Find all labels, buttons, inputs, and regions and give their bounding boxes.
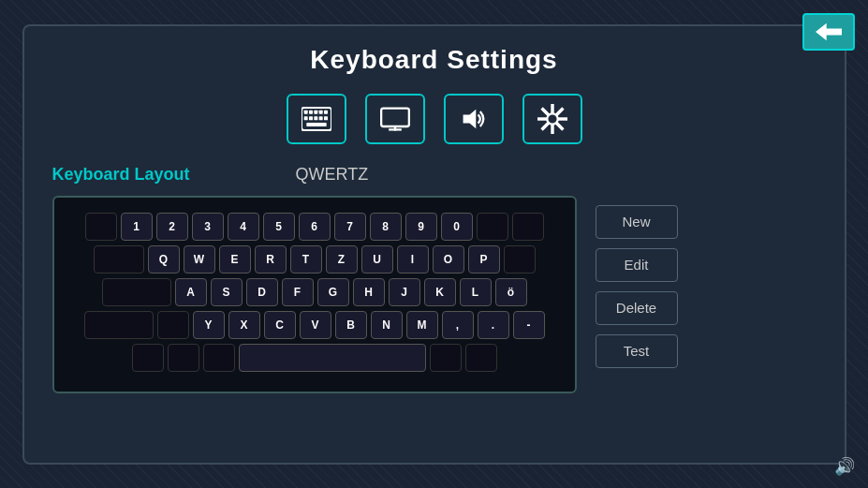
key-fn1[interactable] — [132, 344, 164, 372]
kb-row-qwertz: Q W E R T Z U I O P — [64, 245, 566, 274]
tools-icon-btn[interactable] — [522, 94, 582, 144]
svg-rect-11 — [324, 116, 328, 120]
key-h[interactable]: H — [353, 278, 385, 306]
kb-row-space — [64, 344, 566, 372]
display-icon — [380, 104, 410, 134]
key-comma[interactable]: , — [442, 311, 474, 339]
kb-row-numbers: 1 2 3 4 5 6 7 8 9 0 — [64, 213, 566, 241]
key-2[interactable]: 2 — [156, 213, 188, 241]
keyboard-container: 1 2 3 4 5 6 7 8 9 0 Q W E R T Z — [52, 196, 577, 393]
svg-rect-2 — [303, 110, 307, 113]
svg-rect-9 — [314, 116, 317, 120]
svg-point-21 — [547, 113, 557, 124]
key-4[interactable]: 4 — [228, 213, 259, 241]
svg-rect-12 — [306, 123, 326, 126]
svg-marker-0 — [816, 23, 842, 41]
key-u[interactable]: U — [361, 245, 393, 274]
tools-icon — [537, 104, 567, 134]
key-fn4[interactable] — [430, 344, 462, 372]
svg-rect-3 — [309, 110, 313, 113]
key-p[interactable]: P — [468, 245, 500, 274]
key-a[interactable]: A — [175, 278, 207, 306]
kb-row-asdf: A S D F G H J K L ö — [64, 278, 566, 306]
back-button[interactable] — [802, 13, 855, 51]
key-fn5[interactable] — [465, 344, 497, 372]
key-f[interactable]: F — [282, 278, 314, 306]
sound-icon-btn[interactable] — [444, 94, 504, 144]
delete-button[interactable]: Delete — [596, 291, 678, 325]
new-button[interactable]: New — [596, 205, 678, 239]
key-9[interactable]: 9 — [405, 213, 437, 241]
key-o[interactable]: O — [433, 245, 464, 274]
main-panel: Keyboard Settings — [22, 24, 846, 465]
key-8[interactable]: 8 — [370, 213, 402, 241]
icon-bar — [52, 94, 817, 144]
svg-rect-5 — [318, 110, 322, 113]
key-empty-right2[interactable] — [512, 213, 544, 241]
key-tab[interactable] — [94, 245, 144, 274]
key-j[interactable]: J — [389, 278, 420, 306]
key-0[interactable]: 0 — [441, 213, 473, 241]
keyboard-icon — [302, 104, 331, 134]
edit-button[interactable]: Edit — [596, 248, 678, 282]
key-5[interactable]: 5 — [263, 213, 295, 241]
key-k[interactable]: K — [424, 278, 456, 306]
key-minus[interactable]: - — [513, 311, 545, 339]
key-m[interactable]: M — [406, 311, 438, 339]
key-fn3[interactable] — [203, 344, 235, 372]
key-x[interactable]: X — [228, 311, 260, 339]
key-b[interactable]: B — [335, 311, 367, 339]
key-shift-left[interactable] — [84, 311, 154, 339]
svg-rect-10 — [318, 116, 322, 120]
test-button[interactable]: Test — [596, 334, 678, 368]
kb-row-yxcv: Y X C V B N M , . - — [64, 311, 566, 339]
svg-rect-13 — [381, 108, 409, 126]
key-empty-r2[interactable] — [504, 245, 536, 274]
key-empty-left1[interactable] — [85, 213, 117, 241]
key-1[interactable]: 1 — [121, 213, 153, 241]
content-area: 1 2 3 4 5 6 7 8 9 0 Q W E R T Z — [52, 196, 817, 393]
key-z[interactable]: Z — [326, 245, 358, 274]
key-empty-right1[interactable] — [477, 213, 508, 241]
keyboard-layout-row: Keyboard Layout QWERTZ — [52, 165, 817, 185]
key-3[interactable]: 3 — [192, 213, 224, 241]
key-e[interactable]: E — [219, 245, 251, 274]
key-y[interactable]: Y — [193, 311, 225, 339]
keyboard-layout-label: Keyboard Layout — [52, 165, 258, 185]
key-l[interactable]: L — [460, 278, 492, 306]
key-space[interactable] — [239, 344, 426, 372]
svg-rect-7 — [303, 116, 307, 120]
key-s[interactable]: S — [211, 278, 243, 306]
key-c[interactable]: C — [264, 311, 296, 339]
keyboard-icon-btn[interactable] — [287, 94, 346, 144]
key-g[interactable]: G — [317, 278, 349, 306]
key-caps[interactable] — [102, 278, 171, 306]
page-title: Keyboard Settings — [52, 45, 817, 75]
key-w[interactable]: W — [184, 245, 215, 274]
svg-rect-4 — [314, 110, 317, 113]
svg-rect-6 — [324, 110, 328, 113]
key-6[interactable]: 6 — [299, 213, 331, 241]
key-n[interactable]: N — [371, 311, 403, 339]
key-empty-r4[interactable] — [157, 311, 189, 339]
svg-rect-8 — [309, 116, 313, 120]
side-buttons: New Edit Delete Test — [596, 205, 678, 368]
key-q[interactable]: Q — [148, 245, 180, 274]
svg-marker-16 — [463, 109, 476, 128]
sound-icon — [459, 104, 489, 134]
key-r[interactable]: R — [255, 245, 287, 274]
key-v[interactable]: V — [300, 311, 331, 339]
display-icon-btn[interactable] — [365, 94, 425, 144]
key-oe[interactable]: ö — [495, 278, 527, 306]
key-7[interactable]: 7 — [334, 213, 366, 241]
key-t[interactable]: T — [290, 245, 322, 274]
key-period[interactable]: . — [478, 311, 509, 339]
volume-icon: 🔊 — [834, 456, 855, 477]
key-d[interactable]: D — [246, 278, 278, 306]
keyboard-layout-value: QWERTZ — [296, 165, 369, 185]
key-i[interactable]: I — [397, 245, 429, 274]
key-fn2[interactable] — [168, 344, 199, 372]
